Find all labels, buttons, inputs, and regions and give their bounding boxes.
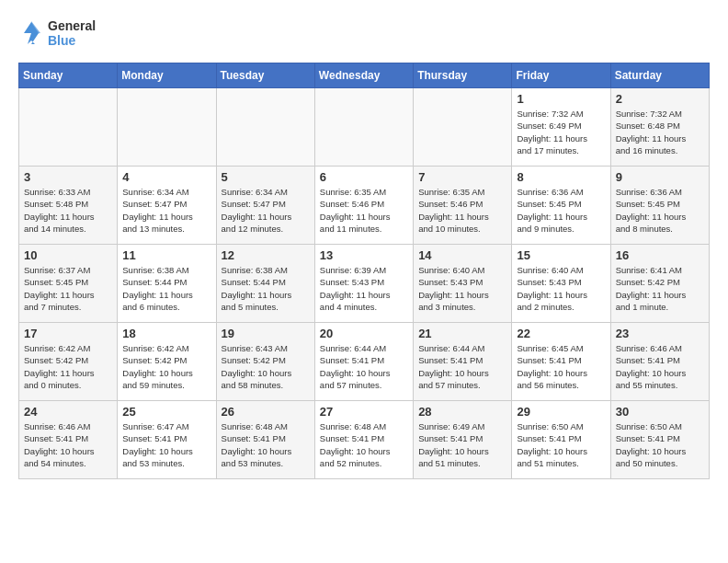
day-number: 25 <box>122 405 210 419</box>
calendar-cell: 9Sunrise: 6:36 AM Sunset: 5:45 PM Daylig… <box>610 167 709 245</box>
logo: General Blue <box>18 18 96 48</box>
day-number: 18 <box>122 327 210 340</box>
weekday-header-friday: Friday <box>512 63 610 88</box>
calendar-week-row: 10Sunrise: 6:37 AM Sunset: 5:45 PM Dayli… <box>19 245 710 323</box>
day-number: 21 <box>418 327 506 340</box>
calendar-week-row: 1Sunrise: 7:32 AM Sunset: 6:49 PM Daylig… <box>19 88 710 167</box>
logo-icon <box>18 20 44 46</box>
day-number: 10 <box>24 248 112 262</box>
calendar-cell: 10Sunrise: 6:37 AM Sunset: 5:45 PM Dayli… <box>19 245 118 323</box>
day-number: 9 <box>616 170 704 184</box>
weekday-header-thursday: Thursday <box>414 63 512 88</box>
day-info: Sunrise: 6:50 AM Sunset: 5:41 PM Dayligh… <box>517 420 605 469</box>
day-number: 11 <box>122 248 210 262</box>
day-number: 13 <box>320 248 408 262</box>
day-info: Sunrise: 6:49 AM Sunset: 5:41 PM Dayligh… <box>418 420 506 469</box>
calendar-cell: 29Sunrise: 6:50 AM Sunset: 5:41 PM Dayli… <box>512 401 610 479</box>
day-info: Sunrise: 6:39 AM Sunset: 5:43 PM Dayligh… <box>320 264 408 313</box>
day-info: Sunrise: 6:40 AM Sunset: 5:43 PM Dayligh… <box>418 264 506 313</box>
day-number: 16 <box>616 248 704 262</box>
day-info: Sunrise: 6:46 AM Sunset: 5:41 PM Dayligh… <box>24 420 112 469</box>
day-number: 4 <box>122 170 210 184</box>
calendar-cell: 8Sunrise: 6:36 AM Sunset: 5:45 PM Daylig… <box>512 167 610 245</box>
calendar-week-row: 3Sunrise: 6:33 AM Sunset: 5:48 PM Daylig… <box>19 167 710 245</box>
calendar-cell: 17Sunrise: 6:42 AM Sunset: 5:42 PM Dayli… <box>19 323 118 401</box>
weekday-header-sunday: Sunday <box>19 63 118 88</box>
day-info: Sunrise: 6:45 AM Sunset: 5:41 PM Dayligh… <box>517 342 605 391</box>
svg-marker-1 <box>31 21 40 34</box>
calendar-week-row: 17Sunrise: 6:42 AM Sunset: 5:42 PM Dayli… <box>19 323 710 401</box>
day-info: Sunrise: 6:38 AM Sunset: 5:44 PM Dayligh… <box>122 264 210 313</box>
weekday-header-wednesday: Wednesday <box>314 63 413 88</box>
calendar-cell: 13Sunrise: 6:39 AM Sunset: 5:43 PM Dayli… <box>314 245 413 323</box>
calendar-cell: 2Sunrise: 7:32 AM Sunset: 6:48 PM Daylig… <box>610 88 709 167</box>
day-info: Sunrise: 6:46 AM Sunset: 5:41 PM Dayligh… <box>616 342 704 391</box>
day-info: Sunrise: 6:47 AM Sunset: 5:41 PM Dayligh… <box>122 420 210 469</box>
day-info: Sunrise: 6:33 AM Sunset: 5:48 PM Dayligh… <box>24 186 112 235</box>
day-number: 14 <box>418 248 506 262</box>
calendar-cell: 23Sunrise: 6:46 AM Sunset: 5:41 PM Dayli… <box>610 323 709 401</box>
day-info: Sunrise: 6:50 AM Sunset: 5:41 PM Dayligh… <box>616 420 704 469</box>
calendar-cell: 25Sunrise: 6:47 AM Sunset: 5:41 PM Dayli… <box>118 401 216 479</box>
calendar-cell: 22Sunrise: 6:45 AM Sunset: 5:41 PM Dayli… <box>512 323 610 401</box>
day-number: 1 <box>517 92 605 106</box>
page-header: General Blue <box>18 18 710 48</box>
calendar-cell: 27Sunrise: 6:48 AM Sunset: 5:41 PM Dayli… <box>314 401 413 479</box>
calendar-table: SundayMondayTuesdayWednesdayThursdayFrid… <box>18 63 710 479</box>
day-number: 23 <box>616 327 704 340</box>
day-info: Sunrise: 6:44 AM Sunset: 5:41 PM Dayligh… <box>418 342 506 391</box>
day-info: Sunrise: 6:44 AM Sunset: 5:41 PM Dayligh… <box>320 342 408 391</box>
day-number: 15 <box>517 248 605 262</box>
calendar-cell: 5Sunrise: 6:34 AM Sunset: 5:47 PM Daylig… <box>216 167 314 245</box>
day-info: Sunrise: 6:37 AM Sunset: 5:45 PM Dayligh… <box>24 264 112 313</box>
calendar-cell: 6Sunrise: 6:35 AM Sunset: 5:46 PM Daylig… <box>314 167 413 245</box>
calendar-cell: 24Sunrise: 6:46 AM Sunset: 5:41 PM Dayli… <box>19 401 118 479</box>
logo-text-blue: Blue <box>48 33 96 48</box>
day-info: Sunrise: 6:40 AM Sunset: 5:43 PM Dayligh… <box>517 264 605 313</box>
logo-text-general: General <box>48 18 96 33</box>
calendar-cell: 11Sunrise: 6:38 AM Sunset: 5:44 PM Dayli… <box>118 245 216 323</box>
day-number: 5 <box>222 170 310 184</box>
day-info: Sunrise: 6:36 AM Sunset: 5:45 PM Dayligh… <box>616 186 704 235</box>
day-number: 19 <box>222 327 310 340</box>
day-info: Sunrise: 6:34 AM Sunset: 5:47 PM Dayligh… <box>222 186 310 235</box>
calendar-cell: 12Sunrise: 6:38 AM Sunset: 5:44 PM Dayli… <box>216 245 314 323</box>
day-info: Sunrise: 6:42 AM Sunset: 5:42 PM Dayligh… <box>24 342 112 391</box>
day-info: Sunrise: 6:41 AM Sunset: 5:42 PM Dayligh… <box>616 264 704 313</box>
day-info: Sunrise: 6:35 AM Sunset: 5:46 PM Dayligh… <box>418 186 506 235</box>
day-info: Sunrise: 6:34 AM Sunset: 5:47 PM Dayligh… <box>122 186 210 235</box>
calendar-cell: 14Sunrise: 6:40 AM Sunset: 5:43 PM Dayli… <box>414 245 512 323</box>
calendar-cell: 16Sunrise: 6:41 AM Sunset: 5:42 PM Dayli… <box>610 245 709 323</box>
day-number: 26 <box>222 405 310 419</box>
day-number: 22 <box>517 327 605 340</box>
day-number: 20 <box>320 327 408 340</box>
day-info: Sunrise: 6:42 AM Sunset: 5:42 PM Dayligh… <box>122 342 210 391</box>
day-info: Sunrise: 6:38 AM Sunset: 5:44 PM Dayligh… <box>222 264 310 313</box>
calendar-cell <box>414 88 512 167</box>
calendar-cell: 20Sunrise: 6:44 AM Sunset: 5:41 PM Dayli… <box>314 323 413 401</box>
calendar-cell: 15Sunrise: 6:40 AM Sunset: 5:43 PM Dayli… <box>512 245 610 323</box>
day-number: 12 <box>222 248 310 262</box>
calendar-cell: 28Sunrise: 6:49 AM Sunset: 5:41 PM Dayli… <box>414 401 512 479</box>
day-number: 30 <box>616 405 704 419</box>
calendar-cell: 30Sunrise: 6:50 AM Sunset: 5:41 PM Dayli… <box>610 401 709 479</box>
calendar-cell: 3Sunrise: 6:33 AM Sunset: 5:48 PM Daylig… <box>19 167 118 245</box>
day-number: 7 <box>418 170 506 184</box>
calendar-cell: 21Sunrise: 6:44 AM Sunset: 5:41 PM Dayli… <box>414 323 512 401</box>
day-number: 17 <box>24 327 112 340</box>
calendar-cell: 26Sunrise: 6:48 AM Sunset: 5:41 PM Dayli… <box>216 401 314 479</box>
day-info: Sunrise: 7:32 AM Sunset: 6:48 PM Dayligh… <box>616 108 704 156</box>
day-info: Sunrise: 6:35 AM Sunset: 5:46 PM Dayligh… <box>320 186 408 235</box>
weekday-header-row: SundayMondayTuesdayWednesdayThursdayFrid… <box>19 63 710 88</box>
day-info: Sunrise: 6:48 AM Sunset: 5:41 PM Dayligh… <box>320 420 408 469</box>
calendar-cell: 1Sunrise: 7:32 AM Sunset: 6:49 PM Daylig… <box>512 88 610 167</box>
calendar-cell <box>314 88 413 167</box>
day-number: 2 <box>616 92 704 106</box>
day-number: 6 <box>320 170 408 184</box>
weekday-header-monday: Monday <box>118 63 216 88</box>
weekday-header-tuesday: Tuesday <box>216 63 314 88</box>
calendar-cell: 7Sunrise: 6:35 AM Sunset: 5:46 PM Daylig… <box>414 167 512 245</box>
calendar-cell: 4Sunrise: 6:34 AM Sunset: 5:47 PM Daylig… <box>118 167 216 245</box>
calendar-cell <box>19 88 118 167</box>
weekday-header-saturday: Saturday <box>610 63 709 88</box>
